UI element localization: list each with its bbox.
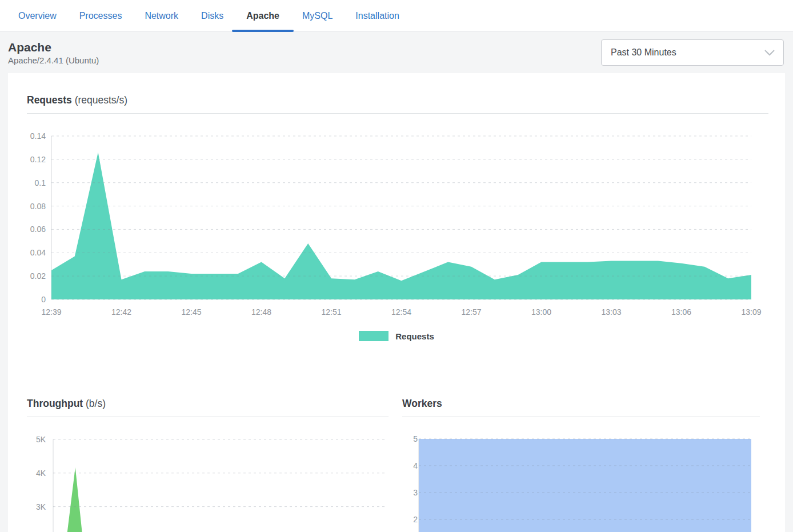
svg-text:13:03: 13:03: [601, 307, 621, 317]
svg-text:13:00: 13:00: [531, 307, 551, 317]
throughput-section: Throughput (b/s) 5K4K3K2K1K012:3912:4212…: [8, 397, 389, 532]
workers-chart-title-text: Workers: [402, 398, 442, 409]
svg-text:4K: 4K: [36, 469, 46, 478]
svg-text:0.08: 0.08: [30, 202, 46, 211]
svg-text:5: 5: [413, 434, 418, 443]
svg-text:12:42: 12:42: [111, 307, 131, 317]
requests-chart-title-text: Requests: [27, 94, 72, 106]
throughput-chart-title: Throughput (b/s): [27, 397, 389, 410]
requests-legend[interactable]: Requests: [8, 331, 785, 341]
tab-apache[interactable]: Apache: [235, 0, 291, 31]
svg-text:2: 2: [413, 515, 418, 524]
chevron-down-icon: [764, 49, 775, 56]
svg-text:12:39: 12:39: [41, 307, 61, 317]
svg-text:4: 4: [413, 461, 418, 470]
legend-swatch-requests: [359, 331, 389, 341]
svg-text:0.1: 0.1: [35, 178, 46, 187]
svg-text:12:48: 12:48: [251, 307, 271, 317]
workers-chart-title: Workers: [402, 397, 785, 410]
tab-processes[interactable]: Processes: [68, 0, 134, 31]
requests-section: Requests (requests/s) 0.140.120.10.080.0…: [8, 94, 785, 341]
tab-overview[interactable]: Overview: [7, 0, 68, 31]
requests-chart-unit: (requests/s): [75, 94, 127, 106]
svg-text:0.12: 0.12: [30, 155, 46, 164]
svg-text:12:54: 12:54: [391, 307, 411, 317]
time-range-select[interactable]: Past 30 Minutes: [601, 39, 784, 66]
tab-mysql[interactable]: MySQL: [291, 0, 344, 31]
content-card: Requests (requests/s) 0.140.120.10.080.0…: [8, 73, 785, 532]
divider: [27, 113, 768, 114]
throughput-chart-title-text: Throughput: [27, 398, 83, 409]
svg-text:12:45: 12:45: [181, 307, 201, 317]
divider: [27, 417, 389, 417]
workers-chart[interactable]: 54321012:3912:4212:4512:4812:5112:5412:5…: [402, 431, 774, 532]
throughput-chart[interactable]: 5K4K3K2K1K012:3912:4212:4512:4812:5112:5…: [27, 431, 395, 532]
svg-text:0.06: 0.06: [30, 225, 46, 234]
svg-text:3K: 3K: [36, 502, 46, 511]
page-title-block: Apache Apache/2.4.41 (Ubuntu): [8, 40, 99, 65]
svg-text:13:06: 13:06: [671, 307, 691, 317]
svg-text:0.04: 0.04: [30, 248, 46, 257]
bottom-charts-row: Throughput (b/s) 5K4K3K2K1K012:3912:4212…: [8, 397, 785, 532]
svg-text:0.02: 0.02: [30, 271, 46, 281]
svg-text:12:57: 12:57: [461, 307, 481, 317]
tabbar: Overview Processes Network Disks Apache …: [0, 0, 793, 32]
tab-list: Overview Processes Network Disks Apache …: [0, 0, 793, 31]
throughput-chart-unit: (b/s): [86, 398, 106, 409]
workers-section: Workers 54321012:3912:4212:4512:4812:511…: [389, 397, 785, 532]
svg-text:3: 3: [413, 488, 418, 497]
page-title: Apache: [8, 40, 99, 54]
time-range-value: Past 30 Minutes: [611, 47, 676, 58]
divider: [402, 417, 760, 417]
tab-network[interactable]: Network: [133, 0, 190, 31]
page-subtitle: Apache/2.4.41 (Ubuntu): [8, 55, 99, 65]
legend-label-requests: Requests: [395, 331, 434, 341]
tab-installation[interactable]: Installation: [344, 0, 411, 31]
svg-text:0: 0: [41, 295, 46, 304]
page-header: Apache Apache/2.4.41 (Ubuntu) Past 30 Mi…: [0, 32, 793, 73]
requests-chart-title: Requests (requests/s): [27, 94, 785, 106]
requests-chart[interactable]: 0.140.120.10.080.060.040.02012:3912:4212…: [27, 122, 768, 323]
svg-text:13:09: 13:09: [741, 307, 761, 317]
svg-text:5K: 5K: [36, 435, 46, 444]
tab-disks[interactable]: Disks: [190, 0, 235, 31]
svg-text:12:51: 12:51: [321, 307, 341, 317]
svg-text:0.14: 0.14: [30, 131, 46, 141]
